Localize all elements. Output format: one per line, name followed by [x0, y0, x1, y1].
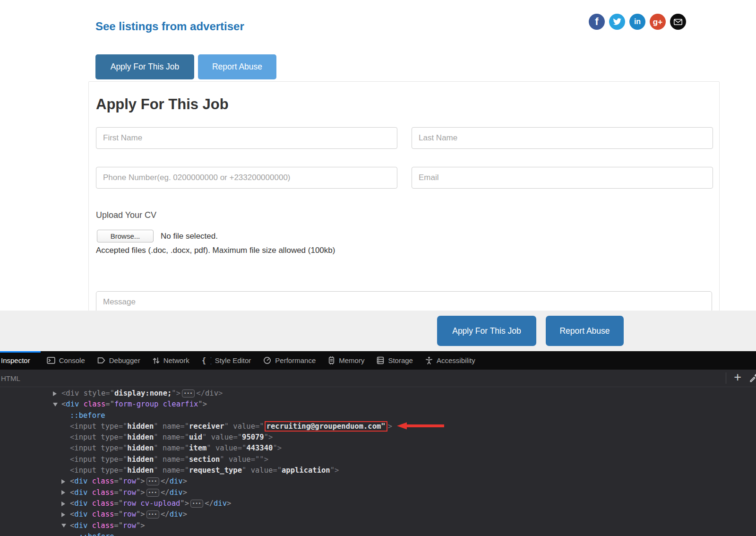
apply-for-job-button[interactable]: Apply For This Job	[95, 54, 194, 79]
highlighted-receiver-value: recruiting@groupenduom.com"	[265, 421, 387, 432]
expand-arrow-icon[interactable]	[61, 512, 65, 517]
devtools-code-line[interactable]: <div class="row">•••</div>	[0, 509, 756, 520]
upload-cv-label: Upload Your CV	[96, 210, 156, 220]
expand-arrow-icon[interactable]	[61, 501, 65, 506]
application-form-panel: Apply For This Job Upload Your CV Browse…	[88, 81, 720, 346]
first-name-input[interactable]	[96, 127, 397, 149]
facebook-icon[interactable]: f	[589, 14, 605, 30]
see-listings-link[interactable]: See listings from advertiser	[95, 20, 244, 33]
social-icons: fing+	[589, 14, 686, 30]
apply-for-job-button-bottom[interactable]: Apply For This Job	[437, 316, 536, 346]
email-input[interactable]	[412, 167, 713, 189]
devtools-code-line[interactable]: ::before	[0, 410, 756, 421]
network-icon	[153, 357, 160, 364]
devtools-tab-label: Style Editor	[215, 356, 251, 364]
devtools-tab-memory[interactable]: Memory	[322, 351, 370, 370]
no-file-selected-text: No file selected.	[161, 232, 218, 241]
twitter-icon[interactable]	[609, 14, 625, 30]
devtools-tab-label: Memory	[339, 356, 364, 364]
breadcrumb-toolbar: +	[726, 372, 756, 384]
collapsed-content-icon[interactable]: •••	[190, 500, 203, 508]
devtools-code-line[interactable]: <input type="hidden" name="item" value="…	[0, 443, 756, 454]
devtools-code-line[interactable]: <div class="row">•••</div>	[0, 487, 756, 498]
devtools-tab-network[interactable]: Network	[146, 351, 196, 370]
expand-arrow-icon[interactable]	[61, 479, 65, 484]
memory-icon	[328, 356, 335, 364]
devtools-tab-label: Storage	[388, 356, 413, 364]
collapsed-content-icon[interactable]: •••	[146, 477, 159, 485]
svg-text:{ }: { }	[202, 357, 211, 364]
devtools-code-line[interactable]: <div class="row">•••</div>	[0, 476, 756, 487]
collapse-arrow-icon[interactable]	[61, 524, 66, 527]
devtools-code-line[interactable]: <input type="hidden" name="receiver" val…	[0, 421, 756, 432]
storage-icon	[377, 356, 384, 364]
annotation-arrow-icon	[397, 422, 444, 433]
devtools-tabs: InspectorConsoleDebuggerNetwork{ }Style …	[0, 351, 756, 370]
collapsed-content-icon[interactable]: •••	[146, 510, 159, 519]
add-node-icon[interactable]: +	[734, 371, 741, 384]
devtools-tab-label: Debugger	[109, 356, 140, 364]
devtools-code-line[interactable]: <div class="form-group clearfix">	[0, 399, 756, 410]
console-icon	[47, 357, 55, 364]
form-title: Apply For This Job	[96, 96, 229, 113]
last-name-input[interactable]	[412, 127, 713, 149]
devtools-markup-view: <div style="display:none;">•••</div><div…	[0, 387, 756, 536]
devtools-code-line[interactable]: ::before	[0, 531, 756, 536]
devtools-code-line[interactable]: <div class="row">	[0, 520, 756, 531]
devtools-tab-performance[interactable]: Performance	[257, 351, 322, 370]
devtools-tab-console[interactable]: Console	[41, 351, 91, 370]
collapsed-content-icon[interactable]: •••	[146, 489, 159, 497]
expand-arrow-icon[interactable]	[53, 391, 57, 396]
bottom-action-bar: Apply For This Job Report Abuse	[0, 311, 756, 351]
collapsed-content-icon[interactable]: •••	[182, 389, 195, 398]
email-icon[interactable]	[670, 14, 686, 30]
cv-file-input: Browse... No file selected.	[97, 230, 218, 242]
top-action-buttons: Apply For This Job Report Abuse	[95, 54, 276, 79]
devtools-code-line[interactable]: <input type="hidden" name="uid" value="9…	[0, 432, 756, 443]
devtools-code-line[interactable]: <div style="display:none;">•••</div>	[0, 388, 756, 399]
phone-number-input[interactable]	[96, 167, 397, 189]
devtools-tab-label: Console	[59, 356, 85, 364]
devtools-code-line[interactable]: <input type="hidden" name="section" valu…	[0, 454, 756, 465]
devtools-tab-style-editor[interactable]: { }Style Editor	[196, 351, 258, 370]
devtools-tab-accessibility[interactable]: Accessibility	[419, 351, 481, 370]
debugger-icon	[97, 357, 105, 364]
devtools-code-line[interactable]: <div class="row cv-upload">•••</div>	[0, 498, 756, 509]
accessibility-icon	[425, 356, 433, 364]
breadcrumb-html-node[interactable]: HTML	[1, 374, 20, 382]
performance-icon	[263, 356, 271, 364]
linkedin-icon[interactable]: in	[629, 14, 645, 30]
style-editor-icon: { }	[202, 357, 211, 364]
devtools-tab-label: Network	[163, 356, 189, 364]
collapse-arrow-icon[interactable]	[53, 403, 58, 406]
devtools-code-line[interactable]: <input type="hidden" name="request_type"…	[0, 465, 756, 476]
devtools-tab-label: Accessibility	[437, 356, 475, 364]
devtools-breadcrumb-bar: HTML +	[0, 370, 756, 387]
browse-button[interactable]: Browse...	[97, 230, 154, 242]
accepted-files-note: Accepted files (.doc, .docx, pdf). Maxim…	[96, 246, 335, 255]
devtools-tab-label: Inspector	[1, 356, 30, 364]
devtools-tab-label: Performance	[275, 356, 316, 364]
report-abuse-button[interactable]: Report Abuse	[198, 54, 276, 79]
devtools-tab-inspector[interactable]: Inspector	[0, 351, 41, 370]
googleplus-icon[interactable]: g+	[650, 14, 666, 30]
devtools-tab-debugger[interactable]: Debugger	[91, 351, 146, 370]
devtools-panel: InspectorConsoleDebuggerNetwork{ }Style …	[0, 351, 756, 536]
eyedropper-icon[interactable]	[749, 372, 756, 384]
report-abuse-button-bottom[interactable]: Report Abuse	[546, 316, 624, 346]
expand-arrow-icon[interactable]	[61, 490, 65, 495]
devtools-tab-storage[interactable]: Storage	[370, 351, 419, 370]
